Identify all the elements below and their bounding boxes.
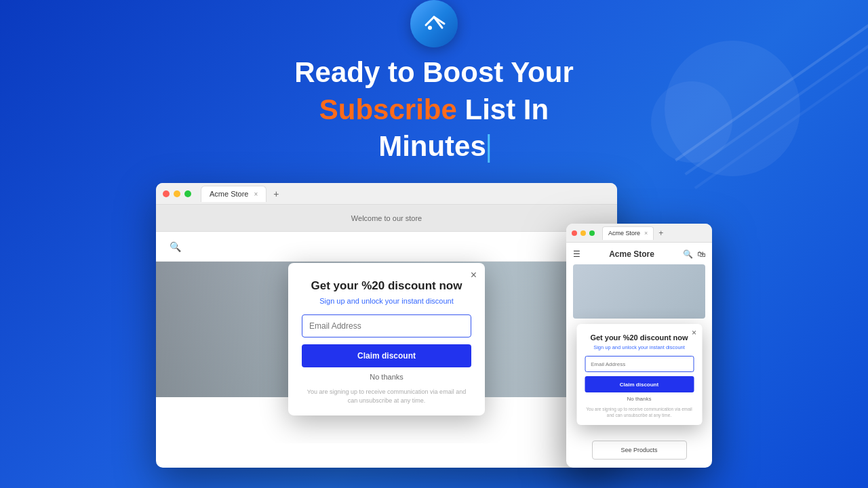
bg-circle-small <box>651 81 732 163</box>
email-input-sm[interactable] <box>585 356 694 372</box>
logo-circle <box>410 0 458 47</box>
tab-close-sm[interactable]: × <box>644 230 648 237</box>
secondary-nav: ☰ Acme Store 🔍 🛍 <box>573 249 705 259</box>
discount-popup-secondary: × Get your %20 discount now Sign up and … <box>576 324 702 425</box>
secondary-search-icon[interactable]: 🔍 <box>683 249 693 259</box>
secondary-cart-icon[interactable]: 🛍 <box>697 249 705 259</box>
tab-close-button[interactable]: × <box>254 190 258 198</box>
cta-label: Claim discount <box>357 351 416 361</box>
tab-label-sm: Acme Store <box>608 230 640 237</box>
see-products-label: See Products <box>620 447 657 453</box>
hero-list-in: List In <box>457 94 549 125</box>
hero-line2: Subscribe List In <box>294 92 574 129</box>
legal-text-sm: You are signing up to receive communicat… <box>585 406 694 418</box>
popup-title: Get your %20 discount now <box>302 279 471 293</box>
traffic-light-red-sm[interactable] <box>572 230 577 236</box>
traffic-light-green-sm[interactable] <box>589 230 595 236</box>
text-cursor <box>488 134 490 163</box>
discount-popup-main: × Get your %20 discount now Sign up and … <box>288 263 485 415</box>
secondary-browser-content: ☰ Acme Store 🔍 🛍 × Get your %20 discount… <box>566 243 712 468</box>
see-products-button[interactable]: See Products <box>592 441 687 460</box>
traffic-light-yellow-sm[interactable] <box>580 230 586 236</box>
browsers-container: Acme Store × + Welcome to our store 🔍 × … <box>156 183 712 488</box>
claim-discount-button[interactable]: Claim discount <box>302 344 471 367</box>
browser-content-main: Welcome to our store 🔍 × Get your %20 di… <box>156 205 617 443</box>
browser-tab-main[interactable]: Acme Store × <box>201 186 267 202</box>
secondary-nav-icons: 🔍 🛍 <box>683 249 705 259</box>
tab-label: Acme Store <box>210 190 248 198</box>
secondary-store-title: Acme Store <box>580 249 683 259</box>
traffic-light-yellow[interactable] <box>174 190 180 197</box>
browser-main: Acme Store × + Welcome to our store 🔍 × … <box>156 183 617 468</box>
store-nav: 🔍 <box>156 232 617 262</box>
cta-label-sm: Claim discount <box>620 382 658 388</box>
popup-close-sm[interactable]: × <box>692 328 696 338</box>
app-logo <box>403 0 465 47</box>
browser-chrome-main: Acme Store × + <box>156 183 617 205</box>
traffic-light-red[interactable] <box>163 190 170 197</box>
no-thanks-link[interactable]: No thanks <box>302 373 471 381</box>
no-thanks-sm[interactable]: No thanks <box>585 396 694 402</box>
hero-section: Ready to Boost Your Subscribe List In Mi… <box>294 54 574 165</box>
new-tab-button[interactable]: + <box>273 188 279 199</box>
secondary-content-area: ☰ Acme Store 🔍 🛍 <box>566 243 712 319</box>
hero-line3: Minutes <box>294 128 574 165</box>
hero-minutes: Minutes <box>378 130 486 162</box>
secondary-hero-image <box>573 264 705 319</box>
legal-text: You are signing up to receive communicat… <box>302 388 471 405</box>
popup-close-button[interactable]: × <box>471 270 477 281</box>
browser-tab-secondary[interactable]: Acme Store × <box>602 226 654 240</box>
popup-title-sm: Get your %20 discount now <box>585 333 694 342</box>
hamburger-icon[interactable]: ☰ <box>573 249 580 259</box>
new-tab-sm[interactable]: + <box>658 228 663 238</box>
hero-line1: Ready to Boost Your <box>294 54 574 92</box>
browser-secondary: Acme Store × + ☰ Acme Store 🔍 🛍 <box>566 224 712 468</box>
store-welcome-banner: Welcome to our store <box>156 205 617 232</box>
bg-circle-large <box>665 41 800 176</box>
hero-subscribe: Subscribe <box>319 94 457 125</box>
nav-search-icon[interactable]: 🔍 <box>170 241 181 252</box>
banner-text: Welcome to our store <box>351 214 422 222</box>
claim-discount-sm[interactable]: Claim discount <box>585 376 694 392</box>
popup-subtitle: Sign up and unlock your instant discount <box>302 297 471 305</box>
browser-chrome-secondary: Acme Store × + <box>566 224 712 243</box>
email-input[interactable] <box>302 314 471 338</box>
traffic-light-green[interactable] <box>184 190 191 197</box>
svg-point-0 <box>428 26 432 30</box>
popup-subtitle-sm: Sign up and unlock your instant discount <box>585 344 694 350</box>
